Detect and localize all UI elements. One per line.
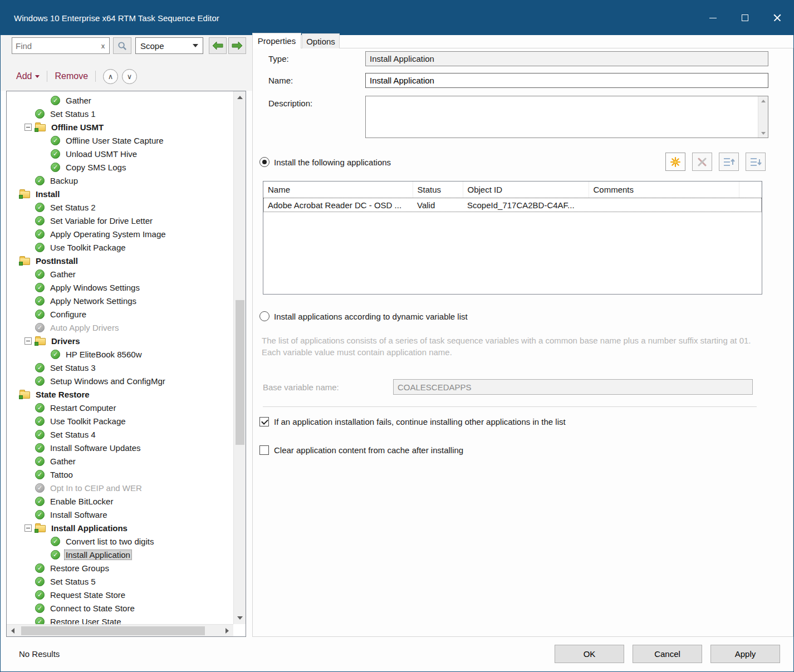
- find-input[interactable]: [12, 41, 97, 51]
- tree-item-label: Gather: [64, 95, 93, 106]
- tree-item[interactable]: ✓Restore User State: [7, 615, 233, 624]
- clear-find-button[interactable]: x: [97, 42, 109, 50]
- tree-item[interactable]: ✓Gather: [7, 454, 233, 468]
- tree-item[interactable]: ✓Apply Network Settings: [7, 294, 233, 307]
- tree-item[interactable]: ✓Set Status 1: [7, 107, 233, 120]
- scope-dropdown-value: Scope: [140, 41, 193, 51]
- tree-item[interactable]: ✓Opt In to CEIP and WER: [7, 481, 233, 494]
- tree-vertical-scrollbar[interactable]: [233, 91, 246, 624]
- tree-item-label: Install Software Updates: [48, 443, 143, 453]
- cancel-button[interactable]: Cancel: [633, 645, 702, 663]
- tree-item[interactable]: ✓Restart Computer: [7, 401, 233, 414]
- install-following-apps-radio[interactable]: [259, 157, 269, 167]
- tree-item[interactable]: ✓Set Status 3: [7, 361, 233, 374]
- add-application-button[interactable]: [665, 153, 685, 171]
- tree-item[interactable]: ✓Set Status 2: [7, 200, 233, 214]
- move-step-down-button[interactable]: ∨: [122, 69, 137, 84]
- tree-item[interactable]: ✓Gather: [7, 267, 233, 281]
- move-step-up-button[interactable]: ∧: [103, 69, 118, 84]
- vertical-scroll-thumb[interactable]: [236, 300, 244, 445]
- tree-item[interactable]: ✓Restore Groups: [7, 561, 233, 575]
- add-button[interactable]: Add: [16, 71, 40, 81]
- tree-item[interactable]: ✓Use Toolkit Package: [7, 414, 233, 428]
- scroll-left-button[interactable]: [7, 625, 19, 637]
- column-header[interactable]: Status: [413, 182, 463, 198]
- tree-item[interactable]: State Restore: [7, 387, 233, 401]
- tree-item[interactable]: ✓Configure: [7, 307, 233, 321]
- application-row[interactable]: Adobe Acrobat Reader DC - OSD ...ValidSc…: [263, 198, 762, 212]
- tree-item[interactable]: Install Applications: [7, 521, 233, 534]
- remove-button[interactable]: Remove: [55, 71, 88, 81]
- tree-item[interactable]: ✓Setup Windows and ConfigMgr: [7, 374, 233, 387]
- tree-item[interactable]: ✓Gather: [7, 94, 233, 107]
- tab-options[interactable]: Options: [302, 33, 340, 48]
- tree-item[interactable]: ✓Connect to State Store: [7, 601, 233, 615]
- tree-expander-minus[interactable]: [24, 337, 32, 345]
- tree-item-label: Backup: [48, 175, 80, 186]
- scroll-up-button[interactable]: [758, 96, 768, 105]
- tree-item[interactable]: ✓Tattoo: [7, 468, 233, 481]
- column-header[interactable]: Object ID: [463, 182, 589, 198]
- type-label: Type:: [268, 54, 289, 63]
- ok-button[interactable]: OK: [555, 645, 624, 663]
- minimize-button[interactable]: [697, 1, 729, 35]
- apply-button[interactable]: Apply: [710, 645, 780, 663]
- tree-item[interactable]: ✓Apply Operating System Image: [7, 227, 233, 241]
- tree-item[interactable]: ✓Install Software Updates: [7, 441, 233, 454]
- tree-item[interactable]: ✓Auto Apply Drivers: [7, 321, 233, 334]
- tree-item[interactable]: Install: [7, 187, 233, 200]
- tree-item[interactable]: ✓Request State Store: [7, 588, 233, 601]
- tree-item[interactable]: ✓Apply Windows Settings: [7, 281, 233, 294]
- tree-item[interactable]: ✓Set Status 5: [7, 575, 233, 588]
- tree-item[interactable]: ✓Use Toolkit Package: [7, 241, 233, 254]
- name-field[interactable]: [365, 73, 768, 88]
- step-check-icon: ✓: [35, 243, 45, 252]
- scroll-right-button[interactable]: [221, 625, 233, 637]
- triangle-right-icon: [226, 628, 229, 634]
- close-button[interactable]: [761, 1, 793, 35]
- description-field[interactable]: [365, 96, 768, 138]
- application-cell: [589, 198, 739, 212]
- tree-item[interactable]: ✓HP EliteBook 8560w: [7, 347, 233, 361]
- maximize-button[interactable]: [729, 1, 761, 35]
- tree-item[interactable]: ✓Convert list to two digits: [7, 534, 233, 548]
- tree-item[interactable]: ✓Offline User State Capture: [7, 134, 233, 147]
- dynamic-variable-list-radio[interactable]: [259, 311, 269, 321]
- tree-item[interactable]: ✓Enable BitLocker: [7, 494, 233, 508]
- tab-properties[interactable]: Properties: [252, 33, 301, 48]
- dynamic-list-help-text: The list of applications consists of a s…: [262, 335, 770, 358]
- toolbar-separator: [95, 71, 96, 82]
- description-scrollbar[interactable]: [758, 96, 768, 138]
- tab-options-label: Options: [306, 37, 335, 46]
- find-next-button[interactable]: [228, 37, 246, 54]
- tree-item[interactable]: ✓Backup: [7, 174, 233, 187]
- step-check-icon: ✓: [35, 283, 45, 292]
- tree-expander-minus[interactable]: [24, 524, 32, 532]
- step-check-icon: ✓: [35, 269, 45, 279]
- properties-tab-page: Type: Name: Description: Install the fol…: [252, 48, 793, 637]
- tree-item[interactable]: PostInstall: [7, 254, 233, 267]
- tree-item[interactable]: ✓Set Status 4: [7, 428, 233, 441]
- scroll-up-button[interactable]: [234, 91, 246, 104]
- tree-item[interactable]: Offline USMT: [7, 120, 233, 134]
- find-previous-button[interactable]: [209, 37, 227, 54]
- tree-expander-minus[interactable]: [24, 124, 32, 131]
- tree-item[interactable]: Drivers: [7, 334, 233, 347]
- search-button[interactable]: [113, 37, 131, 54]
- step-check-icon: ✓: [35, 416, 45, 426]
- tree-item[interactable]: ✓Unload USMT Hive: [7, 147, 233, 160]
- tree-item[interactable]: ✓Install Application: [7, 548, 233, 561]
- continue-on-fail-checkbox[interactable]: [259, 417, 269, 426]
- clear-cache-checkbox[interactable]: [259, 445, 269, 455]
- horizontal-scroll-thumb[interactable]: [21, 626, 205, 635]
- scroll-down-button[interactable]: [758, 129, 768, 138]
- column-header[interactable]: Name: [263, 182, 413, 198]
- scroll-down-button[interactable]: [234, 612, 246, 624]
- tree-item[interactable]: ✓Copy SMS Logs: [7, 160, 233, 174]
- tree-item[interactable]: ✓Install Software: [7, 508, 233, 521]
- tree-horizontal-scrollbar[interactable]: [7, 624, 233, 636]
- tree-item[interactable]: ✓Set Variable for Drive Letter: [7, 214, 233, 227]
- column-header[interactable]: Comments: [589, 182, 739, 198]
- tree-item-label: Copy SMS Logs: [64, 162, 128, 173]
- scope-dropdown[interactable]: Scope: [135, 37, 203, 54]
